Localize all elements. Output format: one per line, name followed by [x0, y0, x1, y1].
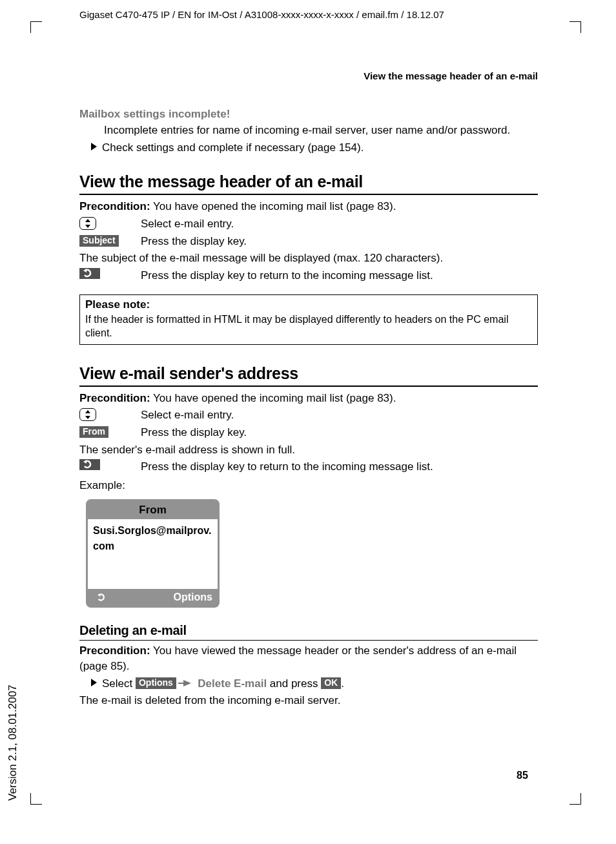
- step-text: Press the display key to return to the i…: [141, 459, 538, 475]
- crop-mark: [30, 21, 42, 33]
- phone-back-icon: [97, 593, 110, 602]
- section-heading-view-header: View the message header of an e-mail: [79, 172, 538, 195]
- example-label: Example:: [79, 478, 538, 494]
- phone-screen-example: From Susi.Sorglos@mailprov.com Options: [86, 499, 220, 608]
- back-key-icon: [79, 459, 100, 470]
- nav-updown-icon: [79, 217, 96, 230]
- subject-key: Subject: [79, 235, 119, 247]
- phone-screen-body: Susi.Sorglos@mailprov.com: [88, 519, 218, 589]
- result-text: The sender's e-mail address is shown in …: [79, 442, 538, 458]
- doc-header: Gigaset C470-475 IP / EN for IM-Ost / A3…: [79, 9, 538, 20]
- step-text: Select e-mail entry.: [141, 407, 538, 424]
- precondition: Precondition: You have opened the incomi…: [79, 391, 538, 407]
- crop-mark: [30, 793, 42, 805]
- nav-updown-icon: [79, 408, 96, 421]
- bullet-icon: [91, 143, 97, 150]
- arrow-icon: [183, 680, 191, 686]
- subsection-heading-deleting: Deleting an e-mail: [79, 623, 538, 641]
- warning-line2: Check settings and complete if necessary…: [79, 140, 538, 156]
- ok-key: OK: [321, 677, 341, 689]
- running-header: View the message header of an e-mail: [79, 70, 538, 81]
- warning-title: Mailbox settings incomplete!: [79, 107, 538, 121]
- step-text: Press the display key.: [141, 425, 538, 441]
- step-text: Select e-mail entry.: [141, 216, 538, 232]
- options-key: Options: [136, 677, 176, 689]
- result-text: The e-mail is deleted from the incoming …: [79, 693, 538, 709]
- page-number: 85: [517, 770, 528, 781]
- step-text: Press the display key.: [141, 234, 538, 250]
- menu-path: Delete E-mail: [198, 677, 267, 690]
- from-key: From: [79, 426, 108, 438]
- precondition: Precondition: You have viewed the messag…: [79, 643, 538, 675]
- bullet-icon: [91, 679, 97, 686]
- section-heading-sender-address: View e-mail sender's address: [79, 364, 538, 387]
- back-key-icon: [79, 268, 100, 279]
- note-body: If the header is formatted in HTML it ma…: [85, 313, 532, 340]
- result-text: The subject of the e-mail message will b…: [79, 251, 538, 267]
- warning-line1: Incomplete entries for name of incoming …: [79, 123, 538, 139]
- precondition: Precondition: You have opened the incomi…: [79, 199, 538, 215]
- phone-options-label: Options: [174, 592, 212, 603]
- delete-instruction: Select Options Delete E-mail and press O…: [79, 676, 538, 692]
- crop-mark: [570, 21, 581, 33]
- crop-mark: [570, 793, 581, 805]
- step-text: Press the display key to return to the i…: [141, 268, 538, 284]
- note-box: Please note: If the header is formatted …: [79, 294, 538, 345]
- phone-screen-title: From: [88, 501, 218, 519]
- version-text: Version 2.1, 08.01.2007: [6, 684, 19, 801]
- note-title: Please note:: [85, 298, 532, 313]
